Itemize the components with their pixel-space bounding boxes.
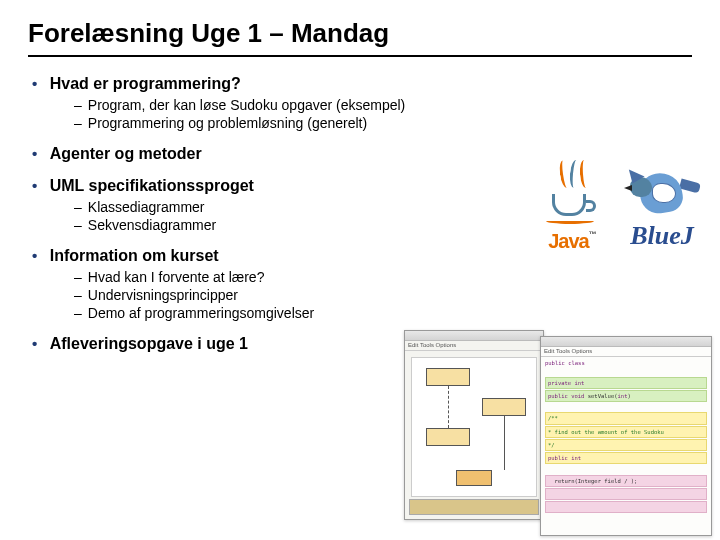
java-cup-icon [542, 160, 602, 230]
ide-screenshot: Edit Tools Options Edit Tools Options pu… [404, 330, 714, 530]
sub-item: –Demo af programmeringsomgivelser [74, 305, 692, 321]
sub-text: Program, der kan løse Sudoku opgaver (ek… [88, 97, 405, 113]
sub-text: Demo af programmeringsomgivelser [88, 305, 314, 321]
sub-text: Sekvensdiagrammer [88, 217, 216, 233]
ide-editor-window: Edit Tools Options public class private … [540, 336, 712, 536]
bluejay-icon [622, 163, 702, 223]
bullet-item: • Information om kurset –Hvad kan I forv… [32, 247, 692, 321]
slide-title: Forelæsning Uge 1 – Mandag [28, 18, 692, 57]
bullet-icon: • [32, 247, 37, 264]
java-logo: Java™ [542, 160, 602, 253]
java-wordmark: Java™ [548, 230, 596, 253]
ide-menubar: Edit Tools Options [541, 347, 711, 357]
sub-text: Klassediagrammer [88, 199, 205, 215]
bullet-text: UML specifikationssproget [50, 177, 254, 194]
bullet-icon: • [32, 145, 37, 162]
ide-project-window: Edit Tools Options [404, 330, 544, 520]
ide-class-diagram [411, 357, 537, 497]
sub-text: Undervisningsprincipper [88, 287, 238, 303]
ide-menubar: Edit Tools Options [405, 341, 543, 351]
bluej-logo: BlueJ [622, 163, 702, 251]
bullet-icon: • [32, 177, 37, 194]
sub-item: –Undervisningsprincipper [74, 287, 692, 303]
dependency-arrow [448, 386, 449, 428]
sub-text: Programmering og problemløsning (generel… [88, 115, 367, 131]
class-box [426, 368, 470, 386]
ide-titlebar [541, 337, 711, 347]
code-area: public class private int public void set… [541, 357, 711, 516]
bullet-text: Hvad er programmering? [50, 75, 241, 92]
bullet-icon: • [32, 335, 37, 352]
dependency-arrow [504, 416, 505, 470]
bluej-wordmark: BlueJ [630, 221, 694, 251]
class-box [482, 398, 526, 416]
bullet-icon: • [32, 75, 37, 92]
sub-item: –Program, der kan løse Sudoku opgaver (e… [74, 97, 692, 113]
class-box [456, 470, 492, 486]
logo-row: Java™ BlueJ [542, 160, 702, 253]
sub-text: Hvad kan I forvente at lære? [88, 269, 265, 285]
bullet-text: Afleveringsopgave i uge 1 [50, 335, 248, 352]
class-box [426, 428, 470, 446]
ide-titlebar [405, 331, 543, 341]
sub-item: –Hvad kan I forvente at lære? [74, 269, 692, 285]
object-bench [409, 499, 539, 515]
bullet-text: Agenter og metoder [50, 145, 202, 162]
sub-item: –Programmering og problemløsning (genere… [74, 115, 692, 131]
bullet-item: • Hvad er programmering? –Program, der k… [32, 75, 692, 131]
bullet-text: Information om kurset [50, 247, 219, 264]
